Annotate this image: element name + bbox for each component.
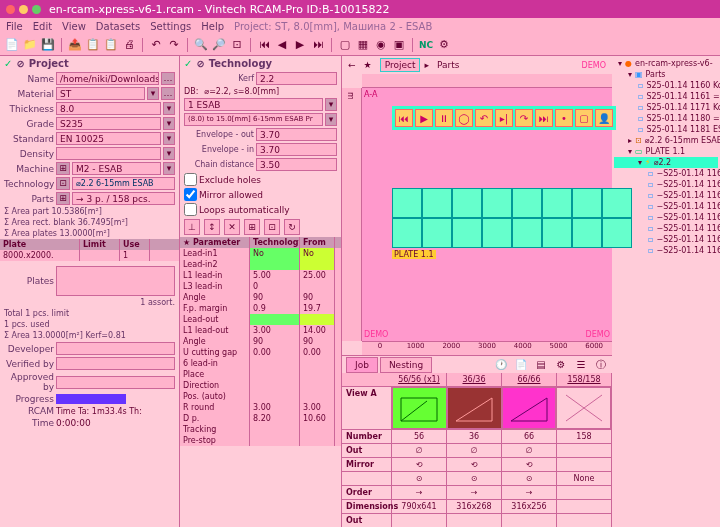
tab-job[interactable]: Job <box>346 357 378 373</box>
bc-back-icon[interactable]: ← <box>348 60 356 70</box>
range-select[interactable]: (8.0) to 15.0[mm] 6-15mm ESAB Pr <box>184 113 323 126</box>
param-row[interactable]: Lead-out <box>180 314 341 325</box>
pause-icon[interactable]: ⏸ <box>435 109 453 127</box>
tree-plate[interactable]: ▾▭PLATE 1.1 <box>614 146 718 157</box>
skip-fwd-icon[interactable]: ↷ <box>515 109 533 127</box>
zoom-out-icon[interactable]: 🔎 <box>211 37 227 53</box>
gear-icon[interactable]: ⚙ <box>554 358 568 372</box>
developer-field[interactable] <box>56 342 175 355</box>
tool5-icon[interactable]: ⊡ <box>264 219 280 235</box>
open-icon[interactable]: 📁 <box>22 37 38 53</box>
play-icon[interactable]: ▶ <box>415 109 433 127</box>
menu-settings[interactable]: Settings <box>150 21 191 32</box>
kerf-field[interactable]: 2.2 <box>256 72 337 85</box>
param-row[interactable]: Place <box>180 369 341 380</box>
undo-icon[interactable]: ↶ <box>148 37 164 53</box>
param-row[interactable]: Angle9090 <box>180 336 341 347</box>
param-row[interactable]: Lead-in1NoNo <box>180 248 341 259</box>
tree-parts[interactable]: ▾▣Parts <box>614 69 718 80</box>
plate-row[interactable]: 8000.x2000.1 <box>0 250 179 261</box>
menu-file[interactable]: File <box>6 21 23 32</box>
bc-project[interactable]: Project <box>380 58 421 72</box>
save-icon[interactable]: 💾 <box>40 37 56 53</box>
exclude-holes-checkbox[interactable] <box>184 173 197 186</box>
prev-track-icon[interactable]: ⏮ <box>395 109 413 127</box>
menubar[interactable]: File Edit View Datasets Settings Help Pr… <box>0 18 720 34</box>
param-row[interactable]: Pos. (auto) <box>180 391 341 402</box>
thumb-2[interactable] <box>447 387 502 429</box>
menu-edit[interactable]: Edit <box>33 21 52 32</box>
verified-field[interactable] <box>56 357 175 370</box>
loops-auto-checkbox[interactable] <box>184 203 197 216</box>
param-row[interactable]: L1 lead-in5.0025.00 <box>180 270 341 281</box>
seek-icon[interactable]: ▸| <box>495 109 513 127</box>
param-row[interactable]: L1 lead-out3.0014.00 <box>180 325 341 336</box>
env-out-field[interactable]: 3.70 <box>256 128 337 141</box>
param-row[interactable]: Tracking <box>180 424 341 435</box>
param-row[interactable]: 6 lead-in <box>180 358 341 369</box>
next-icon[interactable]: ▶ <box>292 37 308 53</box>
mirror-allowed-checkbox[interactable] <box>184 188 197 201</box>
esab-select[interactable]: 1 ESAB <box>184 98 323 111</box>
thickness-field[interactable]: 8.0 <box>56 102 161 115</box>
menu-help[interactable]: Help <box>201 21 224 32</box>
param-row[interactable]: F.p. margin0.919.7 <box>180 303 341 314</box>
list-icon[interactable]: ☰ <box>574 358 588 372</box>
material-field[interactable]: ST <box>56 87 145 100</box>
param-row[interactable]: Angle9090 <box>180 292 341 303</box>
last-icon[interactable]: ⏭ <box>310 37 326 53</box>
standard-field[interactable]: EN 10025 <box>56 132 161 145</box>
tree-dia[interactable]: ▾⚡⌀2.2 <box>614 157 718 168</box>
person-icon[interactable]: 👤 <box>595 109 613 127</box>
next-track-icon[interactable]: ⏭ <box>535 109 553 127</box>
tree-item[interactable]: ▫S25-01.14 1160 Koc <box>614 80 718 91</box>
anim-icon[interactable]: ◉ <box>373 37 389 53</box>
export-icon[interactable]: 📤 <box>67 37 83 53</box>
thumb-1[interactable] <box>392 387 447 429</box>
prev-icon[interactable]: ◀ <box>274 37 290 53</box>
zoom-fit-icon[interactable]: ⊡ <box>229 37 245 53</box>
thumb-4[interactable] <box>556 387 611 429</box>
grade-field[interactable]: S235 <box>56 117 161 130</box>
first-icon[interactable]: ⏮ <box>256 37 272 53</box>
dropdown-icon[interactable]: ▾ <box>147 87 159 100</box>
tool1-icon[interactable]: ⊥ <box>184 219 200 235</box>
canvas-viewport[interactable]: m A-A ⏮ ▶ ⏸ ◯ ↶ ▸| ↷ ⏭ • ▢ 👤 <box>342 74 612 355</box>
settings-icon[interactable]: ⚙ <box>436 37 452 53</box>
technology-field[interactable]: ⌀2.2 6-15mm ESAB <box>72 177 175 190</box>
clock-icon[interactable]: 🕐 <box>494 358 508 372</box>
tree-item[interactable]: ▫S25-01.14 1171 Koc <box>614 102 718 113</box>
tree-leaf[interactable]: ▫−S25-01.14 1161 <box>614 168 718 179</box>
tool4-icon[interactable]: ⊞ <box>244 219 260 235</box>
tab-nesting[interactable]: Nesting <box>380 357 432 373</box>
parts-icon[interactable]: ⊞ <box>56 192 70 205</box>
param-row[interactable]: Direction <box>180 380 341 391</box>
tree-item[interactable]: ▫S25-01.14 1180 =Be <box>614 113 718 124</box>
menu-view[interactable]: View <box>62 21 86 32</box>
stack-icon[interactable]: ▤ <box>534 358 548 372</box>
bc-icon[interactable]: ★ <box>360 59 376 71</box>
doc-icon[interactable]: 📄 <box>514 358 528 372</box>
box-icon[interactable]: ▢ <box>337 37 353 53</box>
nc-icon[interactable]: NC <box>418 37 434 53</box>
param-row[interactable]: Pre-stop <box>180 435 341 446</box>
param-row[interactable]: U cutting gap0.000.00 <box>180 347 341 358</box>
dot-icon[interactable]: • <box>555 109 573 127</box>
plate-preview[interactable] <box>392 188 632 248</box>
skip-back-icon[interactable]: ↶ <box>475 109 493 127</box>
tech-icon[interactable]: ⊡ <box>56 177 70 190</box>
thumb-3[interactable] <box>502 387 557 429</box>
refresh-icon[interactable]: ↻ <box>284 219 300 235</box>
bc-parts[interactable]: Parts <box>433 59 463 71</box>
approved-field[interactable] <box>56 376 175 389</box>
tree-tech[interactable]: ▸⊡⌀2.2 6-15mm ESAB P <box>614 135 718 146</box>
env-in-field[interactable]: 3.70 <box>256 143 337 156</box>
machine-icon[interactable]: ⊞ <box>56 162 70 175</box>
param-row[interactable]: D p.8.2010.60 <box>180 413 341 424</box>
tool3-icon[interactable]: ✕ <box>224 219 240 235</box>
chain-field[interactable]: 3.50 <box>256 158 337 171</box>
print-icon[interactable]: 🖨 <box>121 37 137 53</box>
grid-icon[interactable]: ▦ <box>355 37 371 53</box>
box-icon[interactable]: ▢ <box>575 109 593 127</box>
tool2-icon[interactable]: ↕ <box>204 219 220 235</box>
